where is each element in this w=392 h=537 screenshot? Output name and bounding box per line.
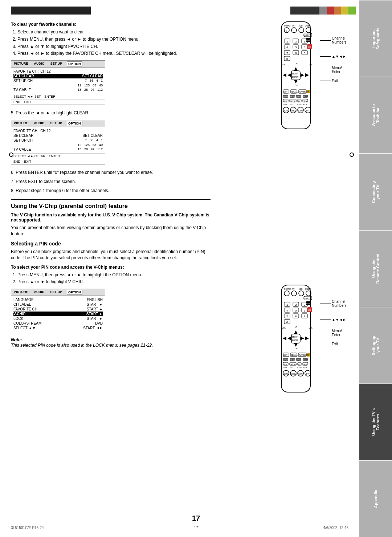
arrow-keys-label-2: ▲▼◄► (320, 318, 347, 322)
svg-text:CH+: CH+ (295, 326, 298, 328)
svg-text:PIP CH▲: PIP CH▲ (297, 96, 303, 98)
remote-svg-bottom: POWER TV VCR CABLE CH RTN 1 2 3 ENT 4 5 … (274, 283, 318, 396)
tab-connecting-tv[interactable]: Connectingyour TV (359, 154, 392, 230)
svg-text:TV: TV (292, 25, 295, 27)
svg-rect-127 (291, 334, 300, 343)
step-8-text: 8. Repeat steps 1 through 6 for the othe… (11, 188, 211, 194)
svg-text:VCR: VCR (299, 25, 303, 27)
svg-rect-43 (291, 71, 300, 80)
tab-option-active2: OPTION (67, 121, 82, 126)
svg-text:CAP TEXT: CAP TEXT (290, 100, 297, 102)
footer-left: 3L51501C/E P15-24 (11, 526, 44, 530)
svg-text:1.0: 1.0 (298, 100, 300, 102)
svg-text:RESET: RESET (283, 100, 289, 102)
note-text: This selected PIN code is also used in t… (11, 342, 211, 349)
svg-marker-48 (305, 73, 309, 77)
svg-text:EXIT: EXIT (283, 91, 287, 93)
svg-text:VOL: VOL (309, 327, 313, 329)
tab-setup: SET UP (49, 61, 64, 66)
right-tabs: ImportantSafeguards Welcome toToshiba Co… (359, 0, 392, 537)
svg-text:TV/VIDEO: TV/VIDEO (299, 354, 307, 356)
menu-row-language: LANGUAGE ENGLISH (13, 297, 103, 302)
top-bar-right (290, 7, 356, 15)
svg-text:9: 9 (304, 52, 306, 55)
menu-box-1: PICTURE AUDIO SET UP OPTION FAVORITE CH … (11, 60, 105, 105)
step-1: Select a channel you want to clear. (17, 29, 211, 35)
menu-row-title-1: FAVORITE CH : CH 12 (13, 69, 103, 74)
svg-text:MUTE: MUTE (303, 367, 307, 369)
svg-text:PIP DIV: PIP DIV (283, 96, 289, 98)
svg-text:STIL: STIL (284, 373, 289, 375)
menu-enter-label: Menu/Enter (320, 66, 347, 74)
menu-enter-label-2: Menu/Enter (320, 329, 347, 337)
svg-text:FA: FA (307, 91, 310, 93)
svg-text:VCR: VCR (299, 288, 303, 290)
svg-text:FA: FA (307, 354, 310, 356)
svg-marker-123 (294, 330, 298, 334)
svg-marker-126 (301, 337, 304, 340)
svg-text:CH-: CH- (295, 347, 298, 350)
pin-steps-title: To select your PIN code and access the V… (11, 265, 211, 270)
svg-text:2: 2 (295, 40, 297, 43)
svg-text:0: 0 (286, 321, 288, 324)
menu-row-favch: FAVORITE CH START ► (13, 307, 103, 312)
menu-box-2-body: FAVORITE CH : CH 12 SET/CLEAR SET CLEAR … (11, 127, 105, 153)
svg-point-86 (284, 291, 289, 296)
clear-favorites-steps: Select a channel you want to clear. Pres… (17, 29, 211, 57)
svg-text:TV/VIDEO: TV/VIDEO (299, 91, 307, 93)
svg-text:9: 9 (304, 315, 306, 318)
svg-text:5: 5 (295, 46, 297, 49)
svg-marker-40 (294, 80, 298, 84)
remote-top-labels: ChannelNumbers ▲▼◄► Menu/Enter Exit (320, 20, 347, 83)
svg-text:7: 7 (286, 315, 288, 318)
svg-text:POWER: POWER (284, 288, 291, 290)
vchip-description: You can prevent others from viewing cert… (11, 225, 211, 237)
note-section: Note: This selected PIN code is also use… (11, 337, 211, 349)
tab-setting-up-tv[interactable]: Setting upyour TV (359, 307, 392, 383)
menu-row-title-2: FAVORITE CH : CH 12 (13, 129, 103, 133)
step-6-text: 6. Press ENTER until "0" replaces the ch… (11, 170, 211, 176)
remote-diagram-top: ⊙ POWER TV VCR CABLE CH RTN 1 2 3 ENT 4 … (274, 20, 350, 133)
svg-point-3 (299, 28, 304, 33)
svg-marker-39 (294, 67, 298, 71)
tab-welcome-toshiba[interactable]: Welcome toToshiba (359, 77, 392, 153)
menu-row-select: SELECT ▲▼ START ◄► (13, 326, 103, 330)
svg-text:0: 0 (286, 57, 288, 61)
svg-marker-42 (301, 73, 304, 77)
svg-text:PIT: PIT (306, 373, 310, 375)
menu-row-chlabel: CH LABEL START ► (13, 302, 103, 307)
svg-text:CH▲: CH▲ (303, 96, 307, 98)
svg-text:ENTER: ENTER (292, 76, 298, 78)
menu-box-1-footer: SELECT ◄► SET ENTER (11, 94, 105, 99)
svg-marker-124 (294, 343, 298, 347)
arrow-keys-label: ▲▼◄► (320, 54, 347, 58)
tab-tv-features[interactable]: Using the TV'sFeatures (359, 383, 392, 460)
svg-marker-132 (305, 337, 309, 340)
vchip-heading: Using the V-Chip (parental control) feat… (11, 199, 211, 209)
svg-text:BTS: BTS (290, 103, 293, 105)
main-content: To clear your favorite channels: Select … (11, 22, 214, 349)
pin-step-1: Press MENU, then press ◄ or ► to highlig… (17, 272, 211, 278)
svg-text:4: 4 (286, 309, 288, 312)
pin-code-heading: Selecting a PIN code (11, 241, 211, 247)
channel-numbers-label: ChannelNumbers (320, 36, 347, 44)
svg-point-87 (291, 291, 297, 296)
menu-row-nums1: 121256340 (13, 83, 103, 88)
svg-text:1: 1 (286, 40, 288, 43)
svg-text:CH RTN: CH RTN (304, 297, 311, 300)
svg-text:PIP CH▲: PIP CH▲ (290, 96, 296, 98)
svg-text:ENT: ENT (306, 302, 310, 305)
svg-marker-41 (287, 73, 291, 77)
tab-important-safeguards[interactable]: ImportantSafeguards (359, 0, 392, 77)
tab-appendix[interactable]: Appendix (359, 460, 392, 537)
svg-text:VOL: VOL (309, 64, 313, 66)
step-2: Press MENU, then press ◄ or ► to display… (17, 36, 211, 42)
tab-setup3: SET UP (49, 290, 64, 295)
tab-remote-control[interactable]: Using theRemote Control (359, 230, 392, 307)
menu-row-tvcable1: TV CABLE 132897112 (13, 88, 103, 92)
svg-text:SWAP: SWAP (298, 110, 304, 112)
svg-text:CABLE: CABLE (305, 288, 311, 290)
top-bar-left (11, 7, 91, 15)
crosshair-right (350, 152, 354, 157)
svg-text:5: 5 (295, 309, 297, 312)
